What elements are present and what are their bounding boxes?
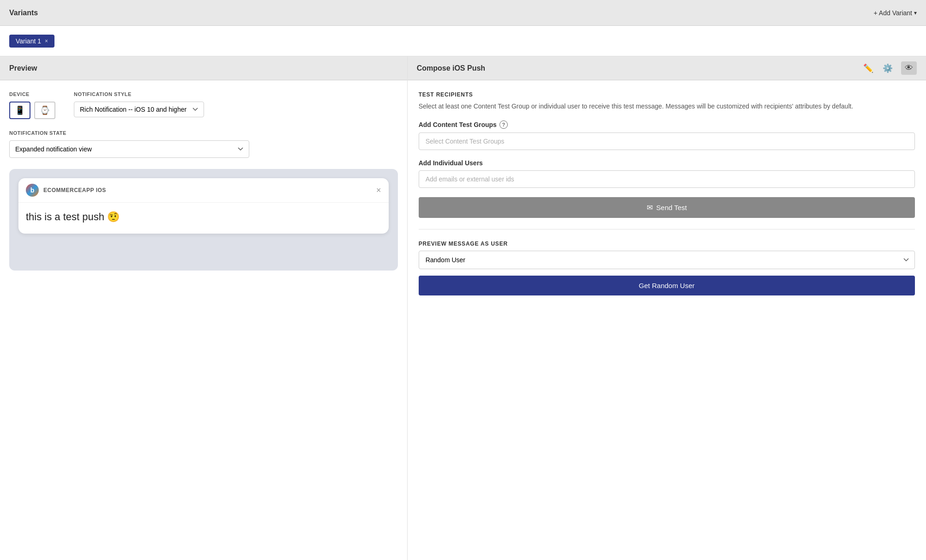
gear-icon-button[interactable]: ⚙️ [882,62,894,74]
preview-area: b ECOMMERCEAPP IOS × this is a test push… [9,169,398,271]
main-panels: Preview DEVICE 📱 ⌚ NOTIFI [0,56,926,560]
phone-icon: 📱 [15,106,25,115]
chevron-down-icon: ▾ [914,10,917,16]
app-info: b ECOMMERCEAPP IOS [26,184,106,197]
notification-style-select[interactable]: Rich Notification -- iOS 10 and higher [74,102,204,117]
right-panel: Compose iOS Push ✏️ ⚙️ 👁 TEST RECIPIENTS… [408,56,926,560]
test-recipients-description: Select at least one Content Test Group o… [419,102,915,111]
app-icon-letter: b [30,187,35,194]
user-select-wrapper: Random User [419,251,915,269]
watch-icon: ⌚ [40,106,50,115]
app-name: ECOMMERCEAPP IOS [43,187,106,193]
pencil-icon: ✏️ [863,64,873,73]
notification-body: this is a test push 🤨 [18,203,389,234]
phone-device-button[interactable]: 📱 [9,102,30,119]
notification-state-field: NOTIFICATION STATE Expanded notification… [9,130,398,158]
app-icon: b [26,184,39,197]
add-variant-button[interactable]: + Add Variant ▾ [874,9,917,17]
device-field: DEVICE 📱 ⌚ [9,91,55,119]
device-notification-row: DEVICE 📱 ⌚ NOTIFICATION STYLE Rich Notif… [9,91,398,119]
individual-users-input[interactable] [419,170,915,188]
notification-header: b ECOMMERCEAPP IOS × [18,178,389,203]
notification-card: b ECOMMERCEAPP IOS × this is a test push… [18,178,389,234]
notification-state-label: NOTIFICATION STATE [9,130,398,136]
notification-style-field: NOTIFICATION STYLE Rich Notification -- … [74,91,204,117]
eye-icon: 👁 [905,63,913,72]
individual-users-field: Add Individual Users [419,159,915,188]
test-recipients-title: TEST RECIPIENTS [419,91,915,98]
gear-icon: ⚙️ [883,64,893,73]
preview-content: DEVICE 📱 ⌚ NOTIFICATION STYLE Rich Notif… [0,80,407,560]
variants-bar: Variants + Add Variant ▾ [0,0,926,26]
get-random-user-button[interactable]: Get Random User [419,276,915,295]
variant-tab-label: Variant 1 [16,37,41,45]
pencil-icon-button[interactable]: ✏️ [862,62,874,74]
content-test-groups-field: Add Content Test Groups ? [419,120,915,150]
notification-close-icon[interactable]: × [376,186,381,195]
notification-state-select[interactable]: Expanded notification view [9,140,249,158]
left-panel: Preview DEVICE 📱 ⌚ NOTIFI [0,56,408,560]
add-variant-label: + Add Variant [874,9,912,17]
variant-1-tab[interactable]: Variant 1 × [9,35,54,48]
variant-tabs-area: Variant 1 × [0,26,926,56]
content-groups-label: Add Content Test Groups ? [419,120,915,129]
compose-content: TEST RECIPIENTS Select at least one Cont… [408,80,926,560]
notification-message-text: this is a test push 🤨 [26,210,381,224]
individual-users-label: Add Individual Users [419,159,915,167]
preview-user-title: PREVIEW MESSAGE AS USER [419,241,915,247]
notification-style-label: NOTIFICATION STYLE [74,91,204,97]
preview-title: Preview [9,64,37,72]
send-test-label: Send Test [656,204,687,211]
content-groups-help-icon[interactable]: ? [499,120,508,129]
device-label: DEVICE [9,91,55,97]
preview-user-select[interactable]: Random User [419,251,915,269]
eye-icon-button[interactable]: 👁 [901,61,917,75]
preview-panel-header: Preview [0,56,407,80]
section-divider [419,229,915,229]
compose-panel-header: Compose iOS Push ✏️ ⚙️ 👁 [408,56,926,80]
variant-tab-close-icon[interactable]: × [45,38,48,44]
get-random-label: Get Random User [639,282,695,289]
preview-user-section: PREVIEW MESSAGE AS USER Random User Get … [419,241,915,295]
variants-title: Variants [9,9,38,17]
watch-device-button[interactable]: ⌚ [34,102,55,119]
compose-header-icons: ✏️ ⚙️ 👁 [862,61,917,75]
compose-title: Compose iOS Push [417,64,485,72]
envelope-icon: ✉ [647,203,653,212]
send-test-button[interactable]: ✉ Send Test [419,197,915,218]
content-groups-input[interactable] [419,132,915,150]
device-icons-group: 📱 ⌚ [9,102,55,119]
